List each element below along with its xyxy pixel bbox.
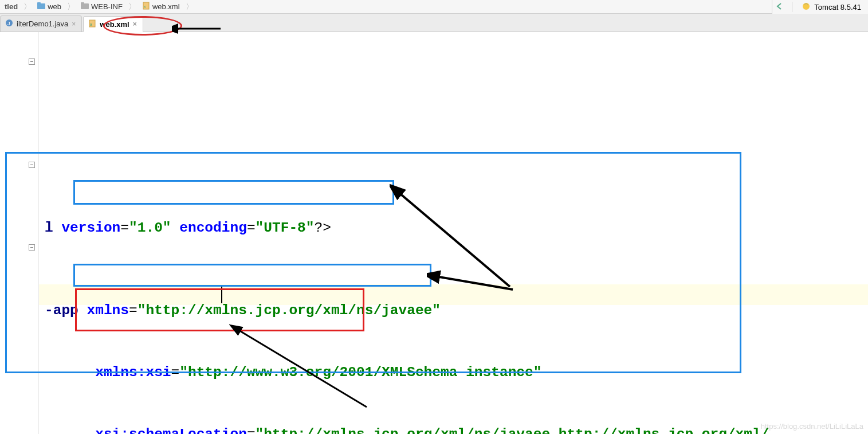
tab-filterdemo1[interactable]: J ilterDemo1.java ×: [0, 15, 82, 32]
svg-rect-3: [81, 2, 84, 5]
tab-label: ilterDemo1.java: [17, 19, 68, 28]
breadcrumb-separator: 〉: [186, 2, 194, 12]
fold-icon[interactable]: [29, 244, 35, 251]
tab-label: web.xml: [100, 20, 129, 29]
breadcrumb-item[interactable]: web: [34, 1, 65, 12]
code-editor[interactable]: l version="1.0" encoding="UTF-8"?> -app …: [0, 32, 868, 434]
breadcrumb-item[interactable]: tled: [1, 1, 21, 12]
run-config-selector[interactable]: Tomcat 8.5.41: [797, 2, 866, 13]
breadcrumb-separator: 〉: [67, 2, 75, 12]
svg-point-6: [803, 3, 810, 10]
folder-icon: [81, 2, 89, 11]
tomcat-icon: [802, 2, 811, 13]
xml-file-icon: x: [142, 2, 150, 11]
fold-icon[interactable]: [29, 58, 35, 65]
xml-file-icon: x: [88, 19, 96, 29]
folder-icon: [37, 2, 45, 11]
svg-text:x: x: [90, 22, 92, 26]
breadcrumb-separator: 〉: [23, 2, 32, 12]
breadcrumb-separator: 〉: [128, 2, 136, 12]
breadcrumb: tled 〉 web 〉 WEB-INF 〉 x web.xml 〉: [0, 1, 194, 13]
breadcrumb-bar: tled 〉 web 〉 WEB-INF 〉 x web.xml 〉: [0, 0, 868, 14]
toolbar-right: Tomcat 8.5.41: [772, 0, 868, 14]
code-area[interactable]: l version="1.0" encoding="UTF-8"?> -app …: [39, 32, 868, 434]
editor-tabs: J ilterDemo1.java × x web.xml ×: [0, 14, 868, 32]
run-config-label: Tomcat 8.5.41: [814, 3, 861, 11]
fold-icon[interactable]: [29, 162, 35, 168]
close-icon[interactable]: ×: [133, 20, 137, 28]
tab-web-xml[interactable]: x web.xml ×: [83, 16, 143, 32]
back-arrow-icon[interactable]: [772, 2, 787, 12]
breadcrumb-item[interactable]: x web.xml: [139, 1, 183, 13]
java-file-icon: J: [5, 19, 13, 29]
svg-text:x: x: [144, 5, 146, 9]
svg-text:J: J: [7, 21, 10, 26]
breadcrumb-item[interactable]: WEB-INF: [77, 1, 126, 12]
svg-rect-1: [37, 2, 41, 5]
gutter: [0, 32, 39, 434]
close-icon[interactable]: ×: [72, 20, 76, 28]
